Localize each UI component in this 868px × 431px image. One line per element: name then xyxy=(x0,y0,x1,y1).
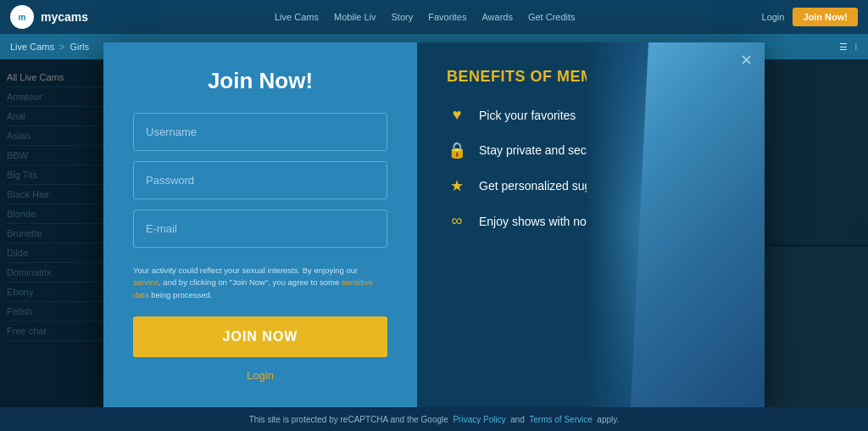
disclaimer-service-link[interactable]: service xyxy=(133,277,159,287)
logo-area: m mycams xyxy=(10,5,88,29)
header-login-button[interactable]: Login xyxy=(762,12,785,22)
header-join-button[interactable]: Join Now! xyxy=(793,8,858,26)
star-icon: ★ xyxy=(447,176,467,195)
model-silhouette xyxy=(595,42,765,407)
logo-text: mycams xyxy=(41,10,88,24)
nav-mobile-liv[interactable]: Mobile Liv xyxy=(334,12,376,22)
logo-icon: m xyxy=(10,5,34,29)
heart-icon: ♥ xyxy=(447,106,467,124)
privacy-policy-link[interactable]: Privacy Policy xyxy=(453,415,505,424)
modal-title: Join Now! xyxy=(208,68,313,94)
infinity-icon: ∞ xyxy=(447,212,467,230)
email-input[interactable] xyxy=(133,210,387,248)
benefit-private-text: Stay private and secure xyxy=(479,143,604,157)
disclaimer-sensitive-link[interactable]: sensitive data xyxy=(133,277,373,299)
modal-form-panel: Join Now! Your activity could reflect yo… xyxy=(103,42,417,407)
terms-of-service-link[interactable]: Terms of Service xyxy=(529,415,592,424)
modal-benefits-panel: ✕ BENEFITS OF MEMBERSHIP ♥ Pick your fav… xyxy=(417,42,765,407)
footer: This site is protected by reCAPTCHA and … xyxy=(0,407,868,431)
nav-awards[interactable]: Awards xyxy=(481,12,512,22)
search-icon[interactable]: ☰ xyxy=(839,42,848,53)
nav-story[interactable]: Story xyxy=(392,12,414,22)
nav-get-credits[interactable]: Get Credits xyxy=(528,12,576,22)
grid-icon[interactable]: ⁝ xyxy=(854,42,858,53)
disclaimer-text: Your activity could reflect your sexual … xyxy=(133,265,387,301)
model-photo xyxy=(587,42,765,407)
modal: Join Now! Your activity could reflect yo… xyxy=(103,42,765,407)
footer-text: This site is protected by reCAPTCHA and … xyxy=(249,415,620,424)
lock-icon: 🔒 xyxy=(447,141,467,160)
join-now-button[interactable]: JOIN NOW xyxy=(133,316,387,357)
header-nav: Live Cams Mobile Liv Story Favorites Awa… xyxy=(275,12,576,22)
breadcrumb-current: Girls xyxy=(70,42,89,52)
header-right: Login Join Now! xyxy=(762,8,858,26)
breadcrumb-separator: > xyxy=(59,42,64,52)
login-link[interactable]: Login xyxy=(247,369,274,382)
header: m mycams Live Cams Mobile Liv Story Favo… xyxy=(0,0,868,34)
breadcrumb-home[interactable]: Live Cams xyxy=(10,42,54,52)
username-input[interactable] xyxy=(133,113,387,151)
nav-favorites[interactable]: Favorites xyxy=(428,12,466,22)
benefit-favorites-text: Pick your favorites xyxy=(479,109,576,122)
nav-live-cams[interactable]: Live Cams xyxy=(275,12,319,22)
sub-nav-right: ☰ ⁝ xyxy=(839,42,858,53)
password-input[interactable] xyxy=(133,161,387,199)
close-button[interactable]: ✕ xyxy=(740,51,753,70)
